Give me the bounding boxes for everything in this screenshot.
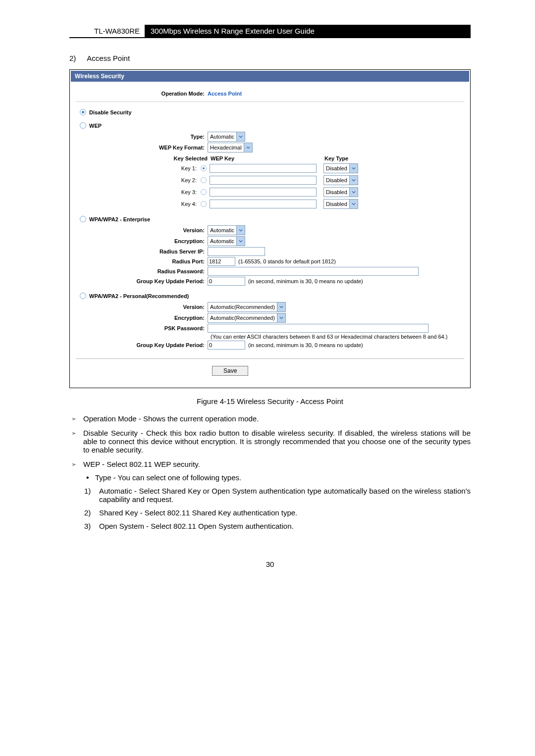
- ent-version-label: Version:: [76, 227, 208, 233]
- ent-encryption-select[interactable]: Automatic: [208, 236, 245, 246]
- ent-encryption-label: Encryption:: [76, 238, 208, 244]
- wep-key-row: Key 1: Disabled: [76, 163, 464, 173]
- psk-label: PSK Password:: [76, 325, 208, 331]
- pers-version-label: Version:: [76, 304, 208, 310]
- wep-format-label: WEP Key Format:: [76, 145, 208, 151]
- pers-gkup-input[interactable]: [208, 341, 245, 350]
- key3-radio[interactable]: [200, 189, 208, 195]
- psk-hint: (You can enter ASCII characters between …: [211, 334, 447, 340]
- section-title: Access Point: [87, 54, 130, 62]
- chevron-down-icon: [236, 132, 245, 141]
- ent-gkup-label: Group Key Update Period:: [76, 278, 208, 284]
- key2-input[interactable]: [210, 176, 317, 185]
- pers-gkup-label: Group Key Update Period:: [76, 342, 208, 348]
- radio-icon: [80, 122, 86, 129]
- key2-radio[interactable]: [200, 177, 208, 183]
- wep-key-row: Key 3: Disabled: [76, 187, 464, 197]
- chevron-down-icon: [349, 164, 358, 173]
- chevron-down-icon: [277, 302, 285, 311]
- radius-port-label: Radius Port:: [76, 258, 208, 264]
- section-number: 2): [69, 54, 85, 62]
- section-heading: 2) Access Point: [69, 54, 471, 62]
- save-button[interactable]: Save: [212, 366, 248, 376]
- list-item: 2)Shared Key - Select 802.11 Shared Key …: [83, 508, 471, 517]
- pers-encryption-select[interactable]: Automatic(Recommended): [208, 313, 286, 323]
- radius-port-hint: (1-65535, 0 stands for default port 1812…: [238, 258, 336, 264]
- key1-input[interactable]: [210, 164, 317, 173]
- enterprise-option[interactable]: WPA/WPA2 - Enterprise: [80, 216, 464, 222]
- chevron-down-icon: [244, 143, 252, 152]
- key3-input[interactable]: [210, 188, 317, 197]
- disable-security-label: Disable Security: [89, 109, 132, 115]
- chevron-down-icon: [277, 313, 285, 322]
- radius-password-input[interactable]: [208, 267, 419, 276]
- ent-gkup-input[interactable]: [208, 277, 245, 286]
- chevron-down-icon: [236, 237, 245, 246]
- pers-gkup-hint: (in second, minimum is 30, 0 means no up…: [248, 342, 363, 348]
- page-number: 30: [69, 560, 471, 568]
- key-type-header: Key Type: [324, 155, 348, 161]
- personal-label: WPA/WPA2 - Personal(Recommended): [89, 293, 189, 299]
- wep-type-select[interactable]: Automatic: [208, 132, 245, 142]
- wep-type-label: Type:: [76, 134, 208, 140]
- operation-mode-value: Access Point: [208, 91, 242, 97]
- list-item: Disable Security - Check this box radio …: [69, 429, 471, 454]
- key4-radio[interactable]: [200, 201, 208, 207]
- list-item: WEP - Select 802.11 WEP security. Type -…: [69, 460, 471, 530]
- list-item: Operation Mode - Shows the current opera…: [69, 414, 471, 423]
- chevron-down-icon: [349, 188, 358, 197]
- ent-version-select[interactable]: Automatic: [208, 225, 245, 235]
- enterprise-label: WPA/WPA2 - Enterprise: [89, 216, 150, 222]
- chevron-down-icon: [236, 226, 245, 235]
- radio-icon: [80, 109, 86, 115]
- key1-type-select[interactable]: Disabled: [323, 163, 358, 173]
- wep-key-row: Key 4: Disabled: [76, 199, 464, 209]
- key3-type-select[interactable]: Disabled: [323, 187, 358, 197]
- description-list: Operation Mode - Shows the current opera…: [69, 414, 471, 530]
- wep-format-select[interactable]: Hexadecimal: [208, 143, 253, 152]
- personal-option[interactable]: WPA/WPA2 - Personal(Recommended): [80, 293, 464, 299]
- key2-type-select[interactable]: Disabled: [323, 175, 358, 185]
- radius-server-input[interactable]: [208, 247, 265, 256]
- panel-title: Wireless Security: [71, 71, 469, 82]
- device-model: TL-WA830RE: [69, 25, 145, 37]
- wep-key-header: WEP Key: [211, 155, 324, 161]
- chevron-down-icon: [349, 176, 358, 185]
- figure-caption: Figure 4-15 Wireless Security - Access P…: [69, 397, 471, 405]
- ent-gkup-hint: (in second, minimum is 30, 0 means no up…: [248, 278, 363, 284]
- key4-input[interactable]: [210, 200, 317, 208]
- doc-title: 300Mbps Wireless N Range Extender User G…: [145, 25, 471, 37]
- psk-input[interactable]: [208, 324, 428, 333]
- key1-radio[interactable]: [200, 165, 208, 171]
- key-selected-header: Key Selected: [76, 155, 211, 161]
- pers-encryption-label: Encryption:: [76, 315, 208, 321]
- radio-icon: [80, 216, 86, 222]
- radio-icon: [80, 293, 86, 299]
- chevron-down-icon: [349, 200, 358, 208]
- operation-mode-label: Operation Mode:: [76, 91, 208, 97]
- list-item: 1)Automatic - Select Shared Key or Open …: [83, 487, 471, 504]
- radius-password-label: Radius Password:: [76, 268, 208, 274]
- disable-security-option[interactable]: Disable Security: [80, 109, 464, 115]
- pers-version-select[interactable]: Automatic(Recommended): [208, 302, 286, 312]
- key4-type-select[interactable]: Disabled: [323, 199, 358, 209]
- radius-port-input[interactable]: [208, 257, 235, 266]
- wireless-security-panel: Wireless Security Operation Mode: Access…: [69, 69, 471, 388]
- page-header: TL-WA830RE 300Mbps Wireless N Range Exte…: [69, 25, 471, 38]
- wep-option[interactable]: WEP: [80, 122, 464, 129]
- list-item: Type - You can select one of following t…: [83, 473, 471, 482]
- wep-label: WEP: [89, 123, 102, 129]
- radius-server-label: Radius Server IP:: [76, 249, 208, 254]
- wep-key-row: Key 2: Disabled: [76, 175, 464, 185]
- list-item: 3)Open System - Select 802.11 Open Syste…: [83, 522, 471, 530]
